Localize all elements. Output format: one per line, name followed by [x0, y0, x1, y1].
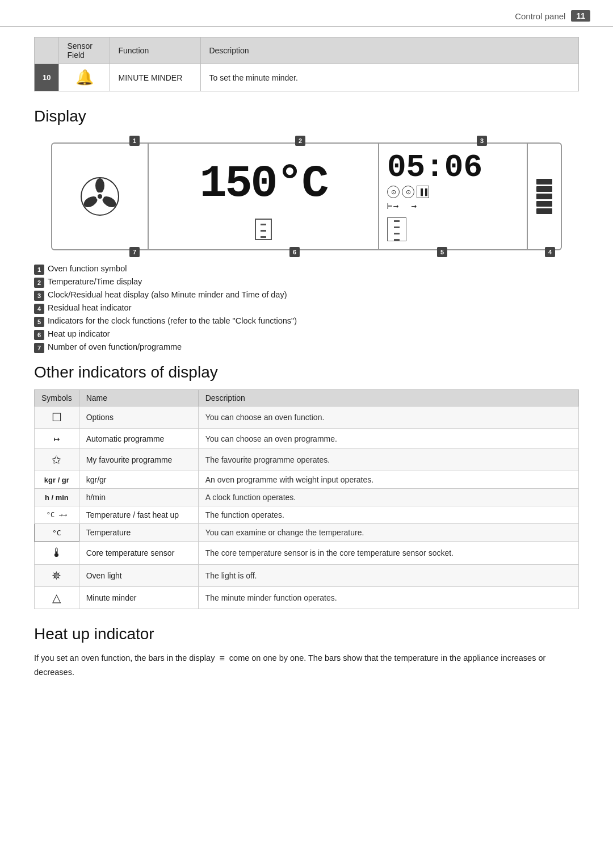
name-auto: Automatic programme: [79, 429, 198, 449]
clock-icons-row: ⊙ ⊙ ▐▐: [387, 186, 519, 198]
table-row: °C Temperature You can examine or change…: [35, 524, 579, 542]
symbol-temp: °C: [35, 524, 79, 542]
ind-col-description: Description: [198, 390, 578, 406]
list-item: 3 Clock/Residual heat display (also Minu…: [34, 290, 579, 301]
symbol-options: ☐: [35, 406, 79, 429]
row-number: 10: [35, 64, 59, 91]
symbol-temp-fast: °C →→: [35, 506, 79, 524]
page-number: 11: [571, 10, 590, 22]
list-badge-3: 3: [34, 291, 44, 301]
list-badge-5: 5: [34, 317, 44, 327]
desc-temp: You can examine or change the temperatur…: [198, 524, 578, 542]
name-core: Core temperature sensor: [79, 542, 198, 565]
symbol-fav: ✩: [35, 449, 79, 471]
symbol-minute: △: [35, 587, 79, 609]
ind-col-name: Name: [79, 390, 198, 406]
heat-up-heading: Heat up indicator: [34, 625, 579, 643]
sensor-icon: 🔔: [59, 64, 110, 91]
arrows-row: ⊢→ →: [387, 200, 519, 211]
badge-5: 5: [437, 247, 447, 257]
name-hmin: h/min: [79, 489, 198, 506]
desc-light: The light is off.: [198, 565, 578, 587]
page-header-label: Control panel: [515, 11, 565, 21]
main-content: Sensor Field Function Description 10 🔔 M…: [0, 27, 613, 702]
list-item: 2 Temperature/Time display: [34, 277, 579, 288]
page-header: Control panel 11: [0, 0, 613, 27]
symbol-hmin: h / min: [35, 489, 79, 506]
name-options: Options: [79, 406, 198, 429]
badge-1: 1: [129, 136, 140, 146]
list-text-6: Heat up indicator: [48, 329, 110, 338]
function-table: Sensor Field Function Description 10 🔔 M…: [34, 37, 579, 91]
name-temp: Temperature: [79, 524, 198, 542]
list-item: 1 Oven function symbol: [34, 264, 579, 275]
badge-7: 7: [129, 247, 140, 257]
svg-point-2: [95, 178, 104, 193]
list-text-7: Number of oven function/programme: [48, 342, 182, 351]
col-header-description: Description: [201, 37, 579, 64]
temp-display-section: 150°C ▬▬▬: [149, 144, 379, 249]
fan-symbol-section: [52, 144, 149, 249]
heat-up-text-before: If you set an oven function, the bars in…: [34, 653, 215, 662]
desc-hmin: A clock function operates.: [198, 489, 578, 506]
table-row: h / min h/min A clock function operates.: [35, 489, 579, 506]
time-display: 05:06: [387, 152, 519, 183]
symbol-light: ✵: [35, 565, 79, 587]
list-text-3: Clock/Residual heat display (also Minute…: [48, 290, 287, 299]
list-badge-7: 7: [34, 343, 44, 353]
col-header-function: Function: [110, 37, 201, 64]
desc-fav: The favourite programme operates.: [198, 449, 578, 471]
list-text-1: Oven function symbol: [48, 264, 127, 273]
badge-3: 3: [477, 136, 487, 146]
desc-options: You can choose an oven function.: [198, 406, 578, 429]
symbol-core: 🌡: [35, 542, 79, 565]
bars-section: [527, 144, 561, 249]
desc-minute: The minute minder function operates.: [198, 587, 578, 609]
indicators-table: Symbols Name Description ☐ Options You c…: [34, 389, 579, 609]
display-heading: Display: [34, 107, 579, 125]
list-text-5: Indicators for the clock functions (refe…: [48, 316, 297, 325]
pause-icon: ▐▐: [417, 186, 429, 198]
badge-2: 2: [295, 136, 305, 146]
list-item: 7 Number of oven function/programme: [34, 342, 579, 353]
name-temp-fast: Temperature / fast heat up: [79, 506, 198, 524]
name-light: Oven light: [79, 565, 198, 587]
badge-6: 6: [289, 247, 300, 257]
list-item: 4 Residual heat indicator: [34, 303, 579, 314]
desc-auto: You can choose an oven programme.: [198, 429, 578, 449]
heat-up-text: If you set an oven function, the bars in…: [34, 651, 579, 679]
table-row: ↦ Automatic programme You can choose an …: [35, 429, 579, 449]
time-display-section: 05:06 ⊙ ⊙ ▐▐ ⊢→ → ▬▬▬▬: [379, 144, 527, 249]
badge-4: 4: [545, 247, 555, 257]
fan-icon: [80, 177, 120, 216]
table-row: ✩ My favourite programme The favourite p…: [35, 449, 579, 471]
table-row: 10 🔔 MINUTE MINDER To set the minute min…: [35, 64, 579, 91]
list-item: 6 Heat up indicator: [34, 329, 579, 340]
desc-temp-fast: The function operates.: [198, 506, 578, 524]
list-badge-1: 1: [34, 265, 44, 275]
function-description: To set the minute minder.: [201, 64, 579, 91]
desc-core: The core temperature sensor is in the co…: [198, 542, 578, 565]
name-minute: Minute minder: [79, 587, 198, 609]
table-row: ✵ Oven light The light is off.: [35, 565, 579, 587]
small-indicator-7: ▬▬▬: [255, 219, 272, 240]
col-header-empty: [35, 37, 59, 64]
heat-up-bars-inline: ≡: [219, 653, 224, 663]
list-text-2: Temperature/Time display: [48, 277, 142, 286]
ind-col-symbols: Symbols: [35, 390, 79, 406]
table-row: °C →→ Temperature / fast heat up The fun…: [35, 506, 579, 524]
bars-indicator: [536, 179, 552, 214]
list-badge-2: 2: [34, 278, 44, 288]
desc-kgr: An oven programme with weight input oper…: [198, 471, 578, 489]
display-box: 150°C ▬▬▬ 05:06 ⊙ ⊙ ▐▐: [51, 142, 562, 250]
display-diagram-wrapper: 1 2 3: [51, 142, 562, 250]
list-badge-6: 6: [34, 330, 44, 340]
table-row: 🌡 Core temperature sensor The core tempe…: [35, 542, 579, 565]
col-header-sensor: Sensor Field: [59, 37, 110, 64]
svg-point-6: [98, 194, 102, 199]
heat-up-section: Heat up indicator If you set an oven fun…: [34, 625, 579, 679]
list-item: 5 Indicators for the clock functions (re…: [34, 316, 579, 327]
list-badge-4: 4: [34, 304, 44, 314]
table-row: kgr / gr kgr/gr An oven programme with w…: [35, 471, 579, 489]
symbol-kgr: kgr / gr: [35, 471, 79, 489]
